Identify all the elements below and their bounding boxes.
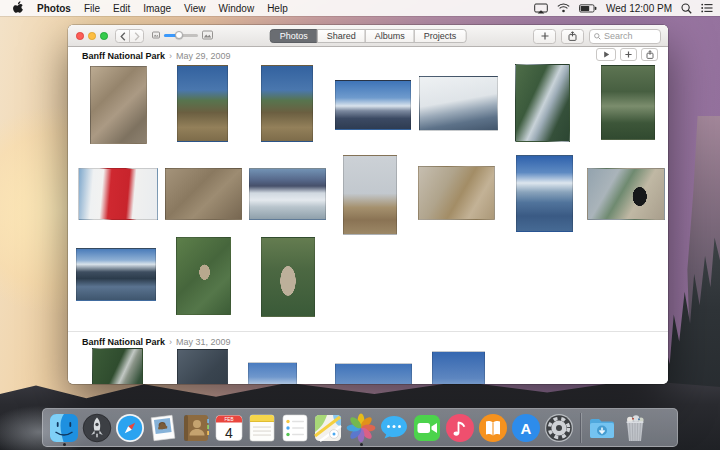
tab-photos[interactable]: Photos (270, 29, 318, 43)
photo-grid-area: Banff National Park › May 29, 2009 Banff… (68, 25, 668, 384)
photo-frozen-lake-mountains[interactable] (249, 168, 326, 220)
svg-text:4: 4 (225, 424, 233, 440)
photo-chairlift-trail-1[interactable] (177, 65, 228, 142)
photo-sky-clouds-3[interactable] (432, 351, 485, 384)
photo-sky-clouds-2[interactable] (335, 363, 412, 384)
photos-window: Banff National Park › May 29, 2009 Banff… (68, 25, 668, 384)
back-button[interactable] (115, 29, 130, 43)
dock-maps[interactable] (313, 409, 343, 446)
zoom-slider-track[interactable] (164, 34, 198, 37)
dock-contacts[interactable] (181, 409, 211, 446)
apple-menu-icon[interactable] (13, 1, 24, 16)
photo-ground-squirrel[interactable] (165, 168, 242, 220)
moment-header: Banff National Park › May 31, 2009 (82, 337, 231, 347)
chevron-right-icon: › (169, 337, 172, 347)
dock-ibooks[interactable] (478, 409, 508, 446)
dock-reminders[interactable] (280, 409, 310, 446)
share-button[interactable] (561, 29, 584, 44)
photo-bighorn-sheep-portrait[interactable] (261, 237, 315, 317)
dock-divider (580, 413, 581, 443)
photo-forest-road-aerial[interactable] (92, 348, 143, 384)
photo-raven[interactable] (587, 168, 665, 220)
tab-shared[interactable]: Shared (317, 29, 366, 43)
dock-app-store[interactable]: A (511, 409, 541, 446)
album-title-link[interactable]: Banff National Park (82, 337, 165, 347)
dock-launchpad[interactable] (82, 409, 112, 446)
zoom-slider-thumb[interactable] (175, 31, 183, 39)
photo-mountain-valley[interactable] (335, 80, 411, 130)
photo-gondola-valley-aerial[interactable] (601, 65, 655, 140)
toolbar-right (533, 29, 661, 44)
menu-image[interactable]: Image (143, 3, 171, 14)
photo-lake-sky-reflection[interactable] (516, 155, 573, 232)
forward-button[interactable] (129, 29, 144, 43)
large-thumbnails-icon (202, 30, 213, 40)
dock: FEB4 A (42, 408, 678, 447)
tab-projects[interactable]: Projects (414, 29, 467, 43)
dock-photos[interactable] (346, 409, 376, 446)
menu-window[interactable]: Window (219, 3, 255, 14)
tab-albums[interactable]: Albums (365, 29, 415, 43)
photo-gondola-tower[interactable] (419, 76, 498, 131)
search-field[interactable] (589, 29, 661, 44)
dock-calendar[interactable]: FEB4 (214, 409, 244, 446)
photo-chipmunk-lookout[interactable] (343, 155, 397, 235)
moment-date: May 31, 2009 (176, 337, 231, 347)
menu-view[interactable]: View (184, 3, 206, 14)
photo-bighorn-sheep-hillside[interactable] (176, 237, 231, 315)
display-mirroring-icon[interactable] (534, 3, 548, 14)
view-tabs: PhotosSharedAlbumsProjects (270, 29, 467, 43)
notification-center-icon[interactable] (701, 3, 713, 13)
photo-gondola-cable-forest[interactable] (515, 64, 570, 142)
svg-text:FEB: FEB (225, 417, 234, 422)
dock-messages[interactable] (379, 409, 409, 446)
menu-app-name[interactable]: Photos (37, 3, 71, 14)
window-controls (76, 32, 108, 40)
spotlight-icon[interactable] (681, 3, 692, 14)
photo-mountain-lake-panorama[interactable] (76, 248, 156, 301)
dock-system-preferences[interactable] (544, 409, 574, 446)
thumbnail-zoom-slider (152, 30, 213, 40)
menu-help[interactable]: Help (267, 3, 288, 14)
search-icon (594, 33, 601, 40)
wifi-icon[interactable] (557, 3, 570, 13)
dock-itunes[interactable] (445, 409, 475, 446)
svg-text:A: A (521, 419, 532, 436)
photo-rocky-cliff-goats[interactable] (90, 66, 147, 144)
desktop: Photos FileEditImageViewWindowHelp Wed 1… (0, 0, 720, 450)
search-input[interactable] (604, 31, 654, 41)
photo-chipmunk-closeup[interactable] (418, 166, 495, 220)
add-button[interactable] (533, 29, 556, 44)
dock-notes[interactable] (247, 409, 277, 446)
dock-mail[interactable] (148, 409, 178, 446)
dock-downloads[interactable] (587, 409, 617, 446)
menu-edit[interactable]: Edit (113, 3, 130, 14)
small-thumbnails-icon (152, 31, 160, 39)
photo-dark-mountain-slope[interactable] (177, 349, 228, 384)
dock-facetime[interactable] (412, 409, 442, 446)
menu-file[interactable]: File (84, 3, 100, 14)
photo-chairlift-trail-2[interactable] (261, 65, 313, 142)
battery-icon[interactable] (579, 4, 597, 13)
zoom-button[interactable] (100, 32, 108, 40)
minimize-button[interactable] (88, 32, 96, 40)
dock-safari[interactable] (115, 409, 145, 446)
dock-finder[interactable] (49, 409, 79, 446)
menu-bar: Photos FileEditImageViewWindowHelp Wed 1… (0, 0, 720, 16)
window-toolbar: PhotosSharedAlbumsProjects (68, 25, 668, 47)
menu-clock[interactable]: Wed 12:00 PM (606, 3, 672, 14)
section-divider (68, 331, 668, 332)
photo-canada-flag[interactable] (78, 168, 158, 220)
close-button[interactable] (76, 32, 84, 40)
navigation-buttons (115, 29, 144, 43)
dock-trash[interactable] (620, 409, 650, 446)
photo-sky-clouds-1[interactable] (248, 362, 297, 384)
